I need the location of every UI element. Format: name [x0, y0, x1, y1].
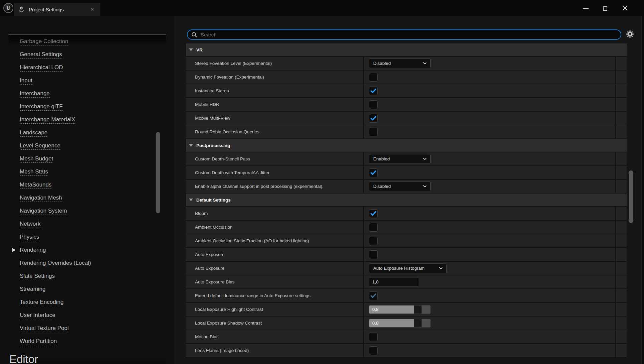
chevron-down-icon: [423, 157, 427, 160]
setting-value-cell: [363, 221, 615, 234]
sidebar-item-mesh-stats[interactable]: Mesh Stats: [0, 165, 167, 178]
setting-value-cell: [363, 234, 615, 247]
sidebar-item-label: Navigation System: [20, 208, 67, 215]
sidebar-item-metasounds[interactable]: MetaSounds: [0, 178, 167, 192]
setting-value-cell: [363, 248, 615, 261]
sidebar-item-hierarchical-lod[interactable]: Hierarchical LOD: [0, 61, 167, 74]
checkbox-unchecked[interactable]: [369, 237, 378, 245]
checkbox-unchecked[interactable]: [369, 333, 378, 341]
gear-icon[interactable]: [626, 30, 634, 38]
section-title: Default Settings: [196, 198, 231, 203]
window-maximize-button[interactable]: [598, 4, 612, 13]
sidebar-item-label: Interchange MaterialX: [20, 116, 75, 124]
tab-close-icon[interactable]: ✕: [89, 7, 95, 12]
sidebar-scrollbar-thumb[interactable]: [156, 132, 160, 213]
sidebar-item-label: Mesh Budget: [20, 155, 53, 163]
section-header-default-settings[interactable]: Default Settings: [186, 194, 627, 207]
sidebar-item-world-partition[interactable]: World Partition: [0, 335, 167, 348]
dropdown-select[interactable]: Disabled: [369, 181, 431, 191]
sidebar-item-level-sequence[interactable]: Level Sequence: [0, 139, 167, 152]
panel-right-border: [641, 16, 642, 364]
checkbox-unchecked[interactable]: [369, 223, 378, 232]
slider-value: 0,8: [372, 307, 379, 312]
minimize-icon: [583, 8, 589, 9]
sidebar-item-rendering[interactable]: Rendering: [0, 244, 167, 257]
setting-row: Custom Depth with TemporalAA Jitter: [186, 166, 627, 180]
setting-row: Extend default luminance range in Auto E…: [186, 289, 627, 303]
sidebar-item-label: Texture Encoding: [20, 299, 63, 306]
editor-section-heading: Editor: [9, 353, 38, 364]
setting-value-cell: Disabled: [363, 180, 615, 193]
close-icon: ✕: [622, 5, 628, 12]
slider-drag-handle[interactable]: [421, 319, 430, 327]
number-input[interactable]: [369, 278, 419, 286]
main-scrollbar-thumb[interactable]: [629, 170, 633, 223]
sidebar-item-user-interface[interactable]: User Interface: [0, 309, 167, 322]
tab-project-settings[interactable]: Project Settings ✕: [14, 3, 100, 16]
sidebar-item-interchange-materialx[interactable]: Interchange MaterialX: [0, 113, 167, 126]
sidebar-item-rendering-overrides-local-[interactable]: Rendering Overrides (Local): [0, 257, 167, 270]
value-slider[interactable]: 0,8: [369, 319, 431, 328]
sidebar-item-interchange-gltf[interactable]: Interchange glTF: [0, 100, 167, 113]
setting-label-cell: Stereo Foveation Level (Experimental): [186, 57, 363, 70]
setting-label: Auto Exposure: [195, 252, 225, 257]
setting-label-cell: Dynamic Foveation (Experimental): [186, 71, 363, 84]
checkbox-unchecked[interactable]: [369, 346, 378, 355]
checkbox-unchecked[interactable]: [369, 73, 378, 82]
sidebar-item-navigation-system[interactable]: Navigation System: [0, 205, 167, 218]
sidebar-item-landscape[interactable]: Landscape: [0, 126, 167, 139]
setting-value-cell: [363, 112, 615, 125]
sidebar-item-garbage-collection[interactable]: Garbage Collection: [0, 35, 167, 48]
checkbox-checked[interactable]: [369, 87, 378, 95]
sidebar-item-general-settings[interactable]: General Settings: [0, 48, 167, 61]
checkbox-unchecked[interactable]: [369, 100, 378, 109]
sidebar-item-virtual-texture-pool[interactable]: Virtual Texture Pool: [0, 322, 167, 335]
window-minimize-button[interactable]: [579, 4, 592, 13]
row-extra-cell: [615, 303, 627, 316]
setting-label: Lens Flares (Image based): [195, 348, 249, 353]
sidebar-item-interchange[interactable]: Interchange: [0, 87, 167, 100]
setting-row: Mobile HDR: [186, 98, 627, 112]
search-input[interactable]: [201, 32, 601, 37]
setting-value-cell: [363, 84, 615, 97]
dropdown-select[interactable]: Auto Exposure Histogram: [369, 263, 447, 273]
setting-row: Auto Exposure: [186, 248, 627, 262]
section-header-vr[interactable]: VR: [186, 43, 627, 57]
checkbox-checked[interactable]: [369, 291, 378, 300]
search-bar: [187, 29, 621, 40]
setting-label-cell: Ambient Occlusion: [186, 221, 363, 234]
row-extra-cell: [615, 262, 627, 275]
checkbox-checked[interactable]: [369, 168, 378, 177]
unreal-engine-logo-icon: U: [3, 3, 13, 13]
checkbox-unchecked[interactable]: [369, 250, 378, 259]
row-extra-cell: [615, 57, 627, 70]
section-header-postprocessing[interactable]: Postprocessing: [186, 139, 627, 152]
slider-drag-handle[interactable]: [421, 306, 430, 314]
setting-label-cell: Ambient Occlusion Static Fraction (AO fo…: [186, 234, 363, 247]
setting-label-cell: Mobile HDR: [186, 98, 363, 111]
checkbox-checked[interactable]: [369, 114, 378, 123]
sidebar-item-input[interactable]: Input: [0, 74, 167, 87]
sidebar-item-navigation-mesh[interactable]: Navigation Mesh: [0, 192, 167, 205]
sidebar-item-mesh-budget[interactable]: Mesh Budget: [0, 152, 167, 165]
sidebar-item-slate-settings[interactable]: Slate Settings: [0, 270, 167, 283]
dropdown-select[interactable]: Disabled: [369, 58, 431, 68]
sidebar-item-network[interactable]: Network: [0, 218, 167, 231]
dropdown-value: Auto Exposure Histogram: [373, 266, 425, 271]
value-slider[interactable]: 0,8: [369, 305, 431, 314]
setting-label-cell: Extend default luminance range in Auto E…: [186, 289, 363, 302]
checkbox-unchecked[interactable]: [369, 128, 378, 136]
sidebar-item-physics[interactable]: Physics: [0, 231, 167, 244]
sidebar-item-label: World Partition: [20, 338, 57, 345]
checkbox-checked[interactable]: [369, 209, 378, 218]
sidebar-item-label: Streaming: [20, 286, 45, 293]
sidebar-item-streaming[interactable]: Streaming: [0, 283, 167, 296]
row-extra-cell: [615, 344, 627, 357]
sidebar-item-label: Rendering: [20, 247, 46, 254]
window-close-button[interactable]: ✕: [618, 4, 632, 13]
maximize-icon: [603, 6, 607, 11]
dropdown-select[interactable]: Enabled: [369, 154, 431, 164]
setting-label-cell: Instanced Stereo: [186, 84, 363, 97]
setting-label: Auto Exposure: [195, 266, 225, 271]
sidebar-item-texture-encoding[interactable]: Texture Encoding: [0, 296, 167, 309]
